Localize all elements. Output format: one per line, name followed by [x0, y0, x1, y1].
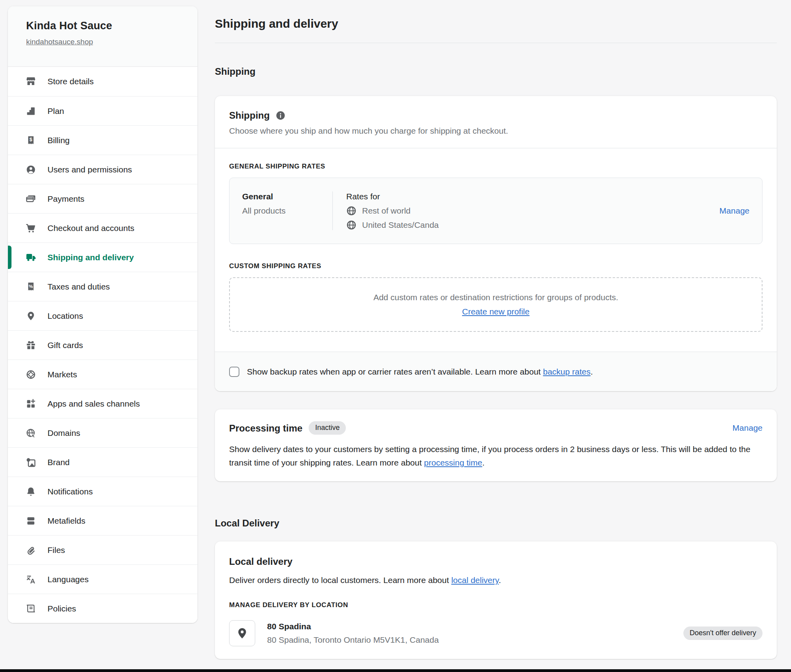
zone-name: Rest of world	[362, 206, 411, 216]
manage-delivery-by-location-label: MANAGE DELIVERY BY LOCATION	[229, 601, 763, 609]
sidebar-item-apps-and-sales-channels[interactable]: Apps and sales channels	[8, 389, 197, 418]
custom-rates-empty-state: Add custom rates or destination restrict…	[229, 277, 763, 332]
apps-icon	[26, 399, 36, 409]
billing-icon: $	[26, 135, 36, 146]
location-row[interactable]: 80 Spadina 80 Spadina, Toronto Ontario M…	[229, 620, 763, 646]
checkout-icon	[26, 223, 36, 233]
sidebar-item-list: Store detailsPlan$BillingUsers and permi…	[8, 67, 197, 623]
sidebar-item-metafields[interactable]: Metafields	[8, 506, 197, 535]
gift-cards-icon	[26, 340, 36, 350]
sidebar-item-label: Notifications	[47, 487, 93, 496]
processing-time-status-badge: Inactive	[309, 421, 346, 435]
store-header: Kinda Hot Sauce kindahotsauce.shop	[8, 6, 197, 67]
sidebar-item-notifications[interactable]: Notifications	[8, 477, 197, 506]
markets-icon	[26, 369, 36, 380]
policies-icon	[26, 604, 36, 614]
svg-text:%: %	[29, 283, 33, 288]
rates-vertical-divider	[332, 191, 333, 230]
sidebar-item-label: Languages	[47, 575, 89, 584]
sidebar-item-label: Shipping and delivery	[47, 253, 134, 262]
rates-profile-name: General	[242, 191, 332, 202]
location-pin-icon	[229, 620, 255, 646]
rates-for-label: Rates for	[346, 191, 719, 202]
local-delivery-text: Deliver orders directly to local custome…	[229, 575, 763, 585]
custom-rates-text: Add custom rates or destination restrict…	[374, 293, 618, 302]
rates-zones: Rates for Rest of worldUnited States/Can…	[346, 191, 719, 230]
sidebar-item-policies[interactable]: Policies	[8, 594, 197, 623]
taxes-icon: %	[26, 282, 36, 292]
zone-row: Rest of world	[346, 206, 719, 216]
create-new-profile-link[interactable]: Create new profile	[462, 307, 529, 316]
languages-icon	[26, 574, 36, 585]
shipping-card-footer: Show backup rates when app or carrier ra…	[215, 352, 777, 391]
zone-name: United States/Canda	[362, 220, 439, 230]
page-title: Shipping and delivery	[215, 17, 777, 31]
sidebar-item-billing[interactable]: $Billing	[8, 125, 197, 155]
info-icon[interactable]	[275, 110, 286, 121]
sidebar-item-label: Checkout and accounts	[47, 223, 134, 233]
location-delivery-badge: Doesn't offer delivery	[683, 627, 763, 640]
title-divider	[215, 43, 777, 43]
shipping-icon	[26, 252, 36, 263]
shipping-card-header: Shipping Choose where you ship and how m…	[215, 96, 777, 148]
backup-rates-link[interactable]: backup rates	[543, 367, 590, 376]
users-icon	[26, 165, 36, 175]
sidebar-item-label: Files	[47, 545, 65, 555]
sidebar-item-files[interactable]: Files	[8, 535, 197, 564]
svg-text:$: $	[30, 137, 32, 142]
location-name: 80 Spadina	[267, 621, 439, 632]
general-rates-label: GENERAL SHIPPING RATES	[229, 163, 763, 170]
sidebar-item-label: Policies	[47, 604, 76, 613]
local-delivery-title: Local delivery	[229, 556, 763, 567]
sidebar-item-brand[interactable]: Brand	[8, 447, 197, 477]
sidebar-item-payments[interactable]: Payments	[8, 184, 197, 213]
settings-sidebar: Kinda Hot Sauce kindahotsauce.shop Store…	[8, 6, 197, 623]
zone-list: Rest of worldUnited States/Canda	[346, 206, 719, 230]
store-icon	[26, 76, 36, 87]
zone-row: United States/Canda	[346, 220, 719, 230]
files-icon	[26, 545, 36, 555]
globe-icon	[346, 220, 357, 230]
shipping-card-description: Choose where you ship and how much you c…	[229, 126, 763, 136]
sidebar-item-label: Markets	[47, 370, 77, 379]
local-delivery-card: Local delivery Deliver orders directly t…	[215, 541, 777, 659]
sidebar-item-domains[interactable]: Domains	[8, 418, 197, 447]
processing-time-link[interactable]: processing time	[424, 458, 482, 467]
shipping-card: Shipping Choose where you ship and how m…	[215, 96, 777, 391]
sidebar-item-gift-cards[interactable]: Gift cards	[8, 330, 197, 360]
sidebar-item-languages[interactable]: Languages	[8, 564, 197, 594]
processing-time-card: Processing time Inactive Manage Show del…	[215, 409, 777, 481]
sidebar-item-label: Metafields	[47, 516, 85, 526]
sidebar-item-label: Taxes and duties	[47, 282, 110, 292]
sidebar-item-markets[interactable]: Markets	[8, 360, 197, 389]
custom-rates-label: CUSTOM SHIPPING RATES	[229, 262, 763, 270]
payments-icon	[26, 194, 36, 204]
rates-manage-link[interactable]: Manage	[719, 206, 749, 216]
rates-profile: General All products	[242, 191, 332, 230]
domains-icon	[26, 428, 36, 438]
sidebar-item-plan[interactable]: Plan	[8, 96, 197, 125]
sidebar-item-users-and-permissions[interactable]: Users and permissions	[8, 155, 197, 184]
sidebar-item-checkout-and-accounts[interactable]: Checkout and accounts	[8, 213, 197, 242]
sidebar-item-label: Payments	[47, 194, 84, 204]
notifications-icon	[26, 486, 36, 497]
sidebar-item-store-details[interactable]: Store details	[8, 67, 197, 96]
sidebar-item-label: Store details	[47, 77, 94, 86]
store-name: Kinda Hot Sauce	[26, 20, 180, 32]
sidebar-item-label: Domains	[47, 428, 80, 438]
backup-rates-label: Show backup rates when app or carrier ra…	[247, 367, 593, 377]
location-address: 80 Spadina, Toronto Ontario M5V1K1, Cana…	[267, 635, 439, 645]
sidebar-item-label: Users and permissions	[47, 165, 132, 174]
metafields-icon	[26, 516, 36, 526]
sidebar-item-locations[interactable]: Locations	[8, 301, 197, 330]
globe-icon	[346, 206, 357, 216]
local-delivery-link[interactable]: local delivery	[451, 575, 499, 585]
processing-time-manage-link[interactable]: Manage	[732, 423, 763, 433]
backup-rates-checkbox[interactable]	[229, 367, 239, 377]
rates-profile-scope: All products	[242, 206, 332, 216]
plan-icon	[26, 106, 36, 116]
main-content: Shipping and delivery Shipping Shipping …	[215, 0, 777, 659]
store-domain-link[interactable]: kindahotsauce.shop	[26, 38, 93, 46]
sidebar-item-shipping-and-delivery[interactable]: Shipping and delivery	[8, 242, 197, 272]
sidebar-item-taxes-and-duties[interactable]: %Taxes and duties	[8, 272, 197, 301]
